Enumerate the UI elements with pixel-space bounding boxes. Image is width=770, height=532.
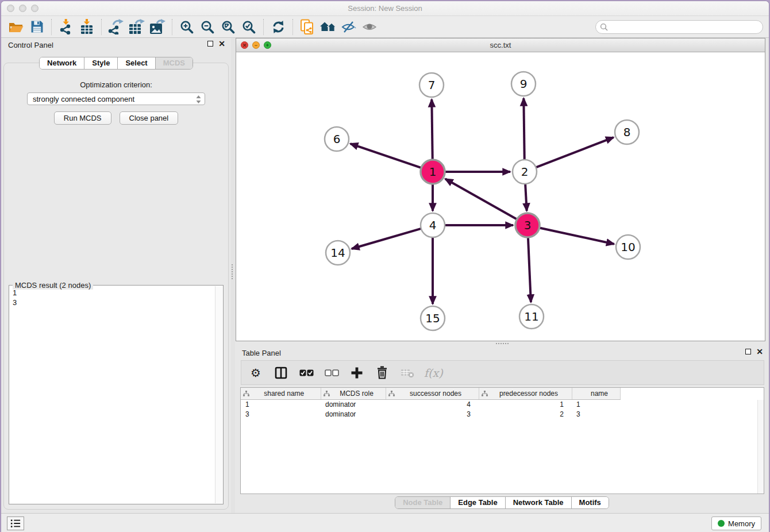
home-view-icon[interactable]	[318, 18, 338, 36]
table-settings-icon[interactable]: ⚙	[247, 363, 264, 383]
graph-node-8[interactable]: 8	[615, 120, 639, 144]
table-tab-motifs[interactable]: Motifs	[571, 497, 609, 508]
open-session-icon[interactable]	[6, 18, 26, 36]
edge-2-3[interactable]	[525, 184, 527, 211]
show-all-icon[interactable]	[359, 18, 380, 36]
cell-successor-nodes[interactable]: 4	[386, 399, 479, 409]
cell-shared-name[interactable]: 3	[241, 409, 321, 419]
graph-node-3[interactable]: 3	[515, 213, 540, 237]
search-input[interactable]	[595, 20, 763, 34]
mcds-panel: Optimization criterion: strongly connect…	[3, 63, 229, 510]
import-table-icon[interactable]	[76, 18, 97, 36]
import-network-icon[interactable]	[56, 18, 76, 36]
graph-node-1[interactable]: 1	[421, 160, 445, 184]
graph-node-7[interactable]: 7	[419, 73, 444, 97]
table-tab-edge-table[interactable]: Edge Table	[450, 497, 505, 508]
svg-text:9: 9	[520, 77, 528, 91]
add-row-icon[interactable]	[348, 363, 365, 383]
delete-row-icon[interactable]	[374, 363, 391, 383]
cell-name[interactable]: 1	[572, 399, 620, 409]
network-canvas[interactable]: 1234678910111415	[236, 52, 765, 341]
mcds-result-scrollbar[interactable]	[215, 286, 222, 503]
graph-node-11[interactable]: 11	[519, 304, 544, 329]
show-column-icon[interactable]	[272, 363, 290, 383]
tab-network[interactable]: Network	[40, 57, 84, 69]
float-table-panel-icon[interactable]	[745, 349, 751, 354]
zoom-selected-icon[interactable]	[238, 18, 259, 36]
column-header-name[interactable]: name	[572, 388, 620, 399]
column-header-predecessor-nodes[interactable]: predecessor nodes	[479, 388, 572, 399]
refresh-icon[interactable]	[268, 18, 288, 36]
zoom-fit-icon[interactable]	[218, 18, 238, 36]
network-view-window: ✕ − + scc.txt 1234678910111415	[236, 38, 765, 341]
horizontal-splitter[interactable]	[235, 341, 769, 346]
zoom-out-icon[interactable]	[197, 18, 218, 36]
float-panel-icon[interactable]	[207, 41, 213, 47]
svg-text:15: 15	[425, 311, 440, 325]
select-all-checkboxes-icon[interactable]	[298, 363, 315, 383]
edge-3-1[interactable]	[445, 179, 517, 219]
control-panel-header: Control Panel ✕	[1, 38, 231, 52]
table-row[interactable]: 1dominator411	[241, 399, 620, 409]
cell-predecessor-nodes[interactable]: 1	[479, 399, 572, 409]
toolbar-separator	[101, 19, 102, 35]
close-panel-icon[interactable]: ✕	[218, 41, 225, 47]
mcds-result-text[interactable]: 1 3	[13, 288, 214, 502]
export-image-icon[interactable]	[147, 18, 168, 36]
zoom-in-icon[interactable]	[176, 18, 197, 36]
close-panel-button[interactable]: Close panel	[120, 111, 179, 125]
edge-1-7[interactable]	[432, 99, 432, 160]
graph-node-4[interactable]: 4	[421, 213, 445, 237]
edge-3-11[interactable]	[528, 237, 531, 302]
save-session-icon[interactable]	[26, 18, 47, 36]
cell-shared-name[interactable]: 1	[241, 399, 321, 409]
edge-2-9[interactable]	[523, 98, 524, 160]
run-mcds-button[interactable]: Run MCDS	[54, 111, 111, 125]
cell-mcds-role[interactable]: dominator	[321, 399, 386, 409]
tab-mcds[interactable]: MCDS	[155, 57, 192, 69]
column-header-mcds-role[interactable]: MCDS role	[321, 388, 386, 399]
memory-status-icon	[718, 520, 725, 527]
column-header-successor-nodes[interactable]: successor nodes	[386, 388, 479, 399]
criterion-select[interactable]: strongly connected component	[27, 92, 205, 105]
cell-successor-nodes[interactable]: 3	[386, 409, 479, 419]
table-row[interactable]: 3dominator323	[241, 409, 620, 419]
deselect-checkboxes-icon[interactable]	[323, 363, 340, 383]
table-tab-node-table[interactable]: Node Table	[395, 497, 450, 508]
cell-name[interactable]: 3	[572, 409, 620, 419]
export-network-icon[interactable]	[106, 18, 126, 36]
edge-3-10[interactable]	[540, 228, 614, 244]
graph-node-10[interactable]: 10	[616, 235, 640, 259]
memory-button[interactable]: Memory	[711, 516, 761, 530]
cell-predecessor-nodes[interactable]: 2	[479, 409, 572, 419]
column-header-shared-name[interactable]: shared name	[241, 388, 321, 399]
function-builder-icon[interactable]: f(x)	[424, 363, 443, 383]
edge-1-6[interactable]	[351, 144, 421, 168]
svg-text:4: 4	[429, 218, 437, 232]
graph-node-15[interactable]: 15	[421, 306, 445, 330]
tab-select[interactable]: Select	[117, 57, 155, 69]
edge-2-8[interactable]	[536, 137, 614, 167]
svg-text:14: 14	[330, 246, 345, 260]
table-tab-network-table[interactable]: Network Table	[505, 497, 571, 508]
criterion-value: strongly connected component	[33, 95, 134, 103]
hide-selected-icon[interactable]	[338, 18, 359, 36]
graph-node-9[interactable]: 9	[511, 72, 536, 96]
table-scrollbar[interactable]	[757, 400, 764, 494]
delete-table-icon[interactable]	[399, 363, 416, 383]
table-toolbar: ⚙	[241, 360, 764, 385]
svg-text:10: 10	[621, 240, 635, 254]
graph-node-2[interactable]: 2	[513, 160, 537, 184]
graph-node-6[interactable]: 6	[325, 127, 349, 151]
export-table-icon[interactable]	[126, 18, 147, 36]
edge-4-14[interactable]	[352, 229, 421, 249]
tab-style[interactable]: Style	[84, 57, 117, 69]
network-file-icon[interactable]	[297, 18, 318, 36]
task-history-icon[interactable]	[7, 516, 24, 530]
main-content: Control Panel ✕ NetworkStyleSelectMCDS O…	[1, 38, 769, 513]
graph-node-14[interactable]: 14	[326, 241, 350, 265]
cell-mcds-role[interactable]: dominator	[321, 409, 386, 419]
app-window: Session: New Session	[1, 1, 769, 532]
close-table-panel-icon[interactable]: ✕	[756, 349, 763, 354]
vertical-splitter[interactable]	[231, 38, 235, 513]
